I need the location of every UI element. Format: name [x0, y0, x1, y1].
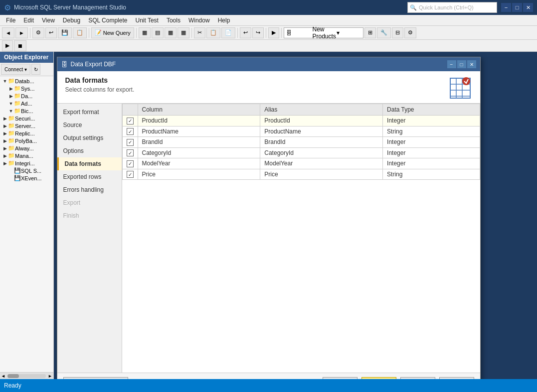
toolbar-btn-1[interactable]: ⚙	[32, 27, 44, 38]
app-icon: ⚙	[4, 3, 11, 12]
table-row[interactable]: ✓CategoryIdCategoryIdInteger	[122, 147, 480, 158]
new-query-icon: 📝	[95, 29, 102, 36]
toolbar-btn-10[interactable]: 📋	[206, 27, 220, 38]
row-checkbox[interactable]: ✓	[127, 160, 134, 167]
row-checkbox[interactable]: ✓	[127, 139, 134, 146]
status-bar: Ready	[0, 379, 537, 392]
table-row[interactable]: ✓ModelYearModelYearInteger	[122, 158, 480, 169]
toolbar-btn-12[interactable]: ↩	[240, 27, 251, 38]
row-datatype: Integer	[383, 147, 480, 158]
menu-edit[interactable]: Edit	[19, 16, 38, 25]
database-dropdown-arrow: ▾	[337, 29, 361, 36]
dialog-nav: Export format Source Output settings Opt…	[57, 104, 122, 373]
main-toolbar: ◄ ► ⚙ ↩ 💾 📋 📝 New Query ▦ ▤ ▦ ▦ ✂ 📋 📄 ↩ …	[0, 26, 537, 40]
nav-data-formats[interactable]: Data formats	[57, 157, 122, 170]
row-column-name: ProductName	[138, 126, 260, 137]
row-checkbox-cell: ✓	[122, 126, 138, 137]
table-row[interactable]: ✓ProductIdProductIdInteger	[122, 116, 480, 127]
toolbar-btn-4[interactable]: 📋	[73, 27, 87, 38]
row-datatype: String	[383, 169, 480, 180]
table-row[interactable]: ✓PricePriceString	[122, 169, 480, 180]
toolbar-btn-3[interactable]: 💾	[58, 27, 72, 38]
toolbar-btn-2[interactable]: ↩	[45, 27, 57, 38]
row-checkbox[interactable]: ✓	[127, 171, 134, 178]
row-checkbox[interactable]: ✓	[127, 118, 134, 125]
app-title: Microsoft SQL Server Management Studio	[14, 4, 126, 11]
database-dropdown[interactable]: 🗄 New Products ▾	[284, 27, 363, 38]
new-query-button[interactable]: 📝 New Query	[91, 27, 134, 38]
back-button[interactable]: ◄	[2, 27, 14, 38]
close-button[interactable]: ✕	[523, 3, 533, 12]
columns-table: Column Alias Data Type ✓ProductIdProduct…	[122, 104, 480, 180]
row-checkbox-cell: ✓	[122, 147, 138, 158]
row-column-name: ProductId	[138, 116, 260, 127]
database-dropdown-value: New Products	[312, 26, 337, 40]
menu-debug[interactable]: Debug	[59, 16, 84, 25]
row-checkbox[interactable]: ✓	[127, 149, 134, 156]
nav-output-settings[interactable]: Output settings	[57, 131, 122, 144]
row-datatype: Integer	[383, 158, 480, 169]
restore-button[interactable]: □	[512, 3, 522, 12]
oe-btn-2[interactable]: ⏹	[14, 40, 26, 51]
row-checkbox-cell: ✓	[122, 169, 138, 180]
toolbar-btn-17[interactable]: ⚙	[404, 27, 416, 38]
dialog-minimize-button[interactable]: −	[447, 60, 456, 68]
dialog-restore-button[interactable]: □	[457, 60, 466, 68]
new-query-label: New Query	[103, 30, 131, 36]
dialog-close-button[interactable]: ✕	[467, 60, 476, 68]
toolbar-btn-7[interactable]: ▦	[165, 27, 177, 38]
table-row[interactable]: ✓ProductNameProductNameString	[122, 126, 480, 137]
toolbar-btn-8[interactable]: ▦	[178, 27, 189, 38]
toolbar-btn-15[interactable]: 🔧	[377, 27, 391, 38]
dialog-title-text: Data Export DBF	[71, 61, 116, 68]
quick-launch-input[interactable]: 🔍 Quick Launch (Ctrl+Q)	[407, 2, 497, 13]
menu-view[interactable]: View	[38, 16, 59, 25]
data-export-dialog: 🗄 Data Export DBF − □ ✕ Data formats Sel…	[57, 57, 481, 392]
oe-btn-1[interactable]: ▶	[2, 40, 13, 51]
toolbar-sep-1	[30, 28, 30, 38]
toolbar-btn-5[interactable]: ▦	[139, 27, 151, 38]
forward-button[interactable]: ►	[15, 27, 28, 38]
dialog-right: Column Alias Data Type ✓ProductIdProduct…	[122, 104, 480, 373]
dialog-section-subtitle: Select columns for export.	[65, 86, 135, 93]
nav-source[interactable]: Source	[57, 119, 122, 131]
toolbar-btn-debug[interactable]: ▶	[268, 27, 279, 38]
dialog-header-left: Data formats Select columns for export.	[65, 76, 135, 93]
row-column-name: ModelYear	[138, 158, 260, 169]
toolbar-btn-13[interactable]: ↪	[252, 27, 264, 38]
dialog-controls: − □ ✕	[447, 60, 476, 68]
row-datatype: Integer	[383, 116, 480, 127]
toolbar-btn-11[interactable]: 📄	[221, 27, 235, 38]
toolbar-btn-16[interactable]: ⊟	[392, 27, 403, 38]
toolbar-sep-4	[191, 28, 192, 38]
nav-options[interactable]: Options	[57, 144, 122, 157]
nav-export-format[interactable]: Export format	[57, 106, 122, 119]
toolbar-sep-5	[237, 28, 238, 38]
toolbar-btn-6[interactable]: ▤	[152, 27, 164, 38]
row-checkbox[interactable]: ✓	[127, 128, 134, 135]
menu-tools[interactable]: Tools	[163, 16, 184, 25]
row-datatype: Integer	[383, 137, 480, 148]
dialog-title: 🗄 Data Export DBF	[61, 61, 116, 68]
menu-sqlcomplete[interactable]: SQL Complete	[84, 16, 131, 25]
nav-errors-handling[interactable]: Errors handling	[57, 183, 122, 196]
quick-launch-placeholder: Quick Launch (Ctrl+Q)	[419, 4, 474, 10]
dialog-title-icon: 🗄	[61, 61, 68, 68]
nav-exported-rows[interactable]: Exported rows	[57, 170, 122, 183]
toolbar-sep-2	[89, 28, 89, 38]
status-text: Ready	[4, 382, 21, 389]
toolbar-btn-9[interactable]: ✂	[194, 27, 205, 38]
menu-file[interactable]: File	[2, 16, 19, 25]
menu-unittest[interactable]: Unit Test	[131, 16, 162, 25]
toolbar-btn-14[interactable]: ⊞	[364, 27, 376, 38]
menu-bar: File Edit View Debug SQL Complete Unit T…	[0, 15, 537, 26]
menu-help[interactable]: Help	[214, 16, 234, 25]
minimize-button[interactable]: −	[501, 3, 511, 12]
title-bar-left: ⚙ Microsoft SQL Server Management Studio	[4, 3, 126, 12]
col-header-alias: Alias	[260, 104, 383, 116]
table-row[interactable]: ✓BrandIdBrandIdInteger	[122, 137, 480, 148]
menu-window[interactable]: Window	[184, 16, 214, 25]
row-checkbox-cell: ✓	[122, 116, 138, 127]
row-column-name: BrandId	[138, 137, 260, 148]
toolbar-sep-6	[266, 28, 266, 38]
